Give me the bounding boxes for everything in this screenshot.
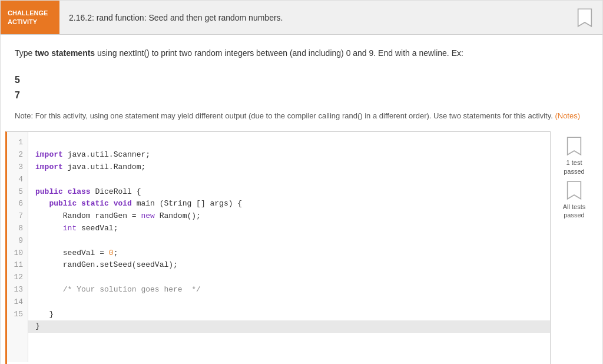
test1-label: 1 testpassed — [564, 158, 584, 176]
code-content[interactable]: import java.util.Scanner; import java.ut… — [28, 132, 550, 362]
editor-inner: 1 2 3 4 5 6 7 8 9 10 11 12 13 14 15 — [7, 132, 550, 362]
bookmark-icon[interactable] — [577, 8, 593, 28]
description-text: Type two statements using nextInt() to p… — [1, 35, 602, 65]
test-results-panel: 1 testpassed All testspassed — [551, 131, 598, 364]
test2-badge: All testspassed — [563, 180, 586, 220]
main-container: CHALLENGE ACTIVITY 2.16.2: rand function… — [0, 0, 603, 364]
header-bar: CHALLENGE ACTIVITY 2.16.2: rand function… — [1, 1, 602, 35]
test2-icon — [566, 180, 582, 200]
editor-area: 1 2 3 4 5 6 7 8 9 10 11 12 13 14 15 — [5, 131, 598, 364]
notes-link[interactable]: (Notes) — [555, 111, 580, 120]
line-numbers: 1 2 3 4 5 6 7 8 9 10 11 12 13 14 15 — [7, 132, 28, 362]
output-line-1: 5 — [15, 72, 602, 88]
note-text: Note: For this activity, using one state… — [1, 110, 602, 132]
output-line-2: 7 — [15, 88, 602, 103]
test1-badge: 1 testpassed — [564, 136, 584, 176]
test1-icon — [566, 136, 582, 156]
challenge-badge: CHALLENGE ACTIVITY — [1, 1, 59, 34]
output-example: 5 7 — [15, 72, 602, 102]
challenge-badge-text: CHALLENGE ACTIVITY — [8, 9, 48, 26]
header-title: 2.16.2: rand function: Seed and then get… — [59, 13, 577, 22]
test2-label: All testspassed — [563, 203, 586, 220]
code-editor[interactable]: 1 2 3 4 5 6 7 8 9 10 11 12 13 14 15 — [5, 131, 551, 364]
